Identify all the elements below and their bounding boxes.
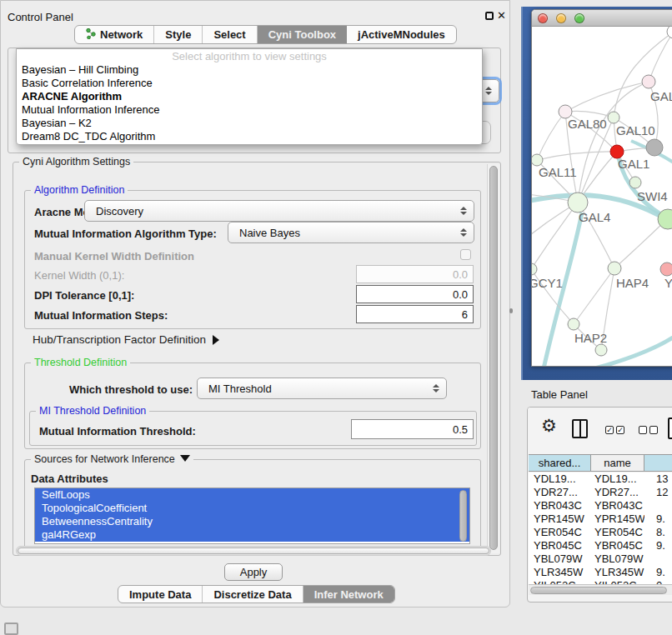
network-node-hap2[interactable] bbox=[568, 318, 579, 330]
sources-legend-label: Sources for Network Inference bbox=[34, 453, 175, 465]
minimized-panel-icon[interactable] bbox=[4, 622, 18, 635]
network-node-y[interactable] bbox=[660, 262, 672, 276]
table-hscrollbar-thumb[interactable] bbox=[530, 587, 667, 594]
table-hscrollbar-track[interactable] bbox=[529, 584, 672, 595]
which-threshold-combo[interactable]: MI Threshold bbox=[197, 378, 447, 399]
combo-spinner-icon bbox=[433, 384, 439, 392]
algorithm-option[interactable]: Basic Correlation Inference bbox=[17, 77, 482, 90]
table-row[interactable]: YBR045CYBR045C9. bbox=[529, 539, 672, 552]
tab-select-label: Select bbox=[213, 28, 245, 41]
tab-network[interactable]: Network bbox=[75, 26, 154, 43]
table-cell: YBR043C bbox=[591, 499, 644, 512]
attributes-scrollbar-thumb[interactable] bbox=[459, 490, 467, 542]
settings-hscrollbar-track[interactable] bbox=[16, 546, 491, 556]
tab-select[interactable]: Select bbox=[203, 26, 257, 43]
network-node[interactable] bbox=[595, 344, 607, 356]
network-edge bbox=[537, 112, 565, 160]
node-label: GAL bbox=[650, 89, 672, 103]
settings-scrollbar-track[interactable] bbox=[487, 164, 499, 553]
table-row[interactable]: YLR345WYLR345W9. bbox=[529, 566, 672, 579]
gear-icon[interactable]: ⚙ bbox=[541, 416, 557, 436]
network-node-gal10[interactable] bbox=[608, 112, 619, 123]
sources-legend[interactable]: Sources for Network Inference bbox=[31, 453, 193, 465]
tab-discretize-data[interactable]: Discretize Data bbox=[203, 586, 303, 602]
column-header-cut[interactable] bbox=[644, 455, 672, 471]
network-edge bbox=[614, 219, 667, 268]
close-icon[interactable]: ✕ bbox=[497, 9, 506, 22]
algorithm-option[interactable]: Bayesian – Hill Climbing bbox=[17, 63, 482, 77]
attribute-item[interactable]: gal4RGexp bbox=[35, 528, 469, 542]
hub-definition-toggle[interactable]: Hub/Transcription Factor Definition bbox=[33, 333, 219, 346]
deselect-all-icon[interactable] bbox=[639, 426, 658, 434]
zoom-traffic-light-icon[interactable] bbox=[574, 13, 584, 23]
apply-button[interactable]: Apply bbox=[224, 563, 283, 581]
network-node[interactable] bbox=[667, 27, 672, 38]
kernel-width-field[interactable]: 0.0 bbox=[356, 265, 474, 283]
table-row[interactable]: YDL19...YDL19...13 bbox=[529, 472, 672, 486]
data-attributes-label: Data Attributes bbox=[31, 472, 108, 485]
tab-impute-data[interactable]: Impute Data bbox=[118, 586, 203, 602]
panel-divider-handle[interactable] bbox=[509, 308, 513, 313]
network-node-swi4[interactable] bbox=[629, 177, 641, 188]
column-header-shared-name[interactable]: shared... bbox=[529, 455, 591, 471]
close-traffic-light-icon[interactable] bbox=[538, 13, 548, 23]
algorithm-option[interactable]: Mutual Information Inference bbox=[17, 103, 482, 117]
mi-algorithm-type-combo[interactable]: Naive Bayes bbox=[228, 222, 474, 243]
manual-kernel-width-checkbox[interactable] bbox=[460, 249, 471, 260]
settings-hscrollbar-thumb[interactable] bbox=[18, 548, 489, 554]
control-panel: Control Panel ✕ Network Style Select Cyn… bbox=[0, 0, 510, 608]
network-canvas[interactable]: GALGAL80GAL10GAL1GAL11SWI4GAL4GCY1HAP4YH… bbox=[532, 27, 672, 367]
network-node-gal11[interactable] bbox=[532, 154, 543, 166]
tab-style[interactable]: Style bbox=[154, 26, 203, 43]
attribute-item[interactable]: BetweennessCentrality bbox=[35, 515, 469, 528]
table-row[interactable]: YBR043CYBR043C bbox=[529, 499, 672, 512]
tab-cyni-toolbox[interactable]: Cyni Toolbox bbox=[258, 26, 347, 43]
column-view-icon[interactable] bbox=[572, 419, 588, 438]
column-header-name[interactable]: name bbox=[591, 455, 644, 471]
attribute-item[interactable]: SelfLoops bbox=[35, 488, 469, 502]
minimize-traffic-light-icon[interactable] bbox=[556, 13, 566, 23]
table-cell: YBL079W bbox=[529, 552, 591, 566]
algorithm-option[interactable]: Dream8 DC_TDC Algorithm bbox=[17, 130, 482, 143]
tab-network-label: Network bbox=[100, 28, 143, 41]
dpi-tolerance-field[interactable]: 0.0 bbox=[356, 285, 474, 303]
algorithm-option[interactable]: ARACNE Algorithm bbox=[17, 90, 482, 103]
network-edge bbox=[565, 82, 649, 112]
settings-scrollbar-thumb[interactable] bbox=[489, 166, 498, 550]
tab-infer-network[interactable]: Infer Network bbox=[303, 586, 394, 602]
file-icon[interactable] bbox=[668, 418, 672, 439]
aracne-mode-combo[interactable]: Discovery bbox=[84, 200, 474, 222]
tab-jactivemnodules[interactable]: jActiveMNodules bbox=[347, 26, 456, 43]
tab-impute-data-label: Impute Data bbox=[129, 588, 191, 601]
table-row[interactable]: YBL079WYBL079W bbox=[529, 552, 672, 566]
mi-steps-field[interactable]: 6 bbox=[356, 305, 474, 323]
algorithm-option[interactable]: Bayesian – K2 bbox=[17, 117, 482, 130]
attribute-item[interactable]: TopologicalCoefficient bbox=[35, 502, 469, 515]
network-node[interactable] bbox=[646, 139, 663, 156]
control-panel-title: Control Panel bbox=[8, 11, 73, 23]
threshold-definition-legend: Threshold Definition bbox=[31, 357, 130, 368]
select-all-icon[interactable]: ✓ ✓ bbox=[605, 426, 624, 434]
data-attributes-list[interactable]: SelfLoopsTopologicalCoefficientBetweenne… bbox=[34, 488, 470, 544]
table-cell: YDL19... bbox=[591, 472, 644, 486]
checked-box-icon: ✓ bbox=[616, 426, 624, 434]
table-cell: YBR045C bbox=[529, 539, 591, 552]
network-node-gcy1[interactable] bbox=[532, 263, 537, 275]
network-edge bbox=[649, 32, 672, 82]
kernel-width-label: Kernel Width (0,1): bbox=[34, 269, 124, 282]
table-row[interactable]: YER054CYER054C8. bbox=[529, 526, 672, 539]
table-cell: 9. bbox=[644, 512, 672, 526]
table-cell: 9. bbox=[644, 566, 672, 579]
table-cell: YPR145W bbox=[591, 512, 644, 526]
network-window-titlebar[interactable] bbox=[532, 10, 672, 27]
which-threshold-value: MI Threshold bbox=[208, 382, 272, 395]
network-view-window: GALGAL80GAL10GAL1GAL11SWI4GAL4GCY1HAP4YH… bbox=[531, 9, 672, 367]
network-node-gal[interactable] bbox=[642, 75, 655, 88]
table-row[interactable]: YDR27...YDR27...12 bbox=[529, 486, 672, 499]
node-label: GAL4 bbox=[579, 210, 610, 224]
network-node-hap4[interactable] bbox=[608, 262, 621, 275]
float-window-icon[interactable] bbox=[485, 12, 494, 20]
aracne-mode-value: Discovery bbox=[96, 205, 143, 218]
table-row[interactable]: YPR145WYPR145W9. bbox=[529, 512, 672, 526]
mi-threshold-field[interactable]: 0.5 bbox=[351, 419, 474, 439]
